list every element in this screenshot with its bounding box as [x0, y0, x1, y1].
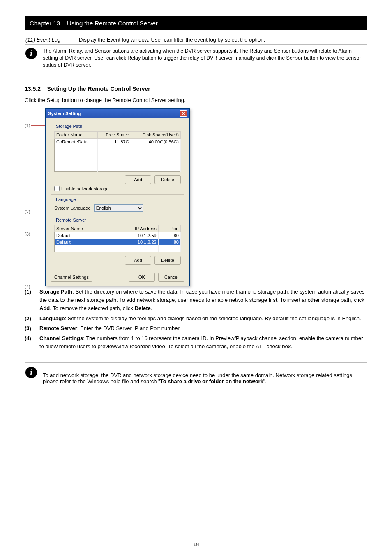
language-select[interactable]: English: [94, 204, 143, 212]
screenshot-area: (1) (2) (3) (4) System Setting ✕ Storage…: [25, 108, 367, 286]
chapter-label: Chapter 13: [30, 20, 60, 27]
remote-server-table: Server Name IP Address Port Default 10.1…: [54, 225, 181, 252]
page-header: Chapter 13 Using the Remote Control Serv…: [25, 16, 367, 30]
info-icon: i: [25, 48, 37, 59]
table-row[interactable]: Default 10.1.2.59 80: [55, 232, 181, 239]
system-setting-dialog: System Setting ✕ Storage Path Folder Nam…: [45, 108, 190, 286]
add-button[interactable]: Add: [125, 256, 151, 265]
description-list: (1) Storage Path: Set the directory on w…: [25, 288, 367, 351]
col-header[interactable]: Free Space: [97, 132, 131, 139]
close-icon[interactable]: ✕: [180, 110, 187, 117]
col-header[interactable]: Port: [158, 225, 180, 232]
note-text: To add network storage, the DVR and netw…: [43, 372, 367, 384]
section-heading: 13.5.2 Setting Up the Remote Control Ser…: [25, 86, 367, 92]
table-row[interactable]: C:\RemoteData 11.87G 40.00G(0.56G): [55, 139, 181, 146]
chapter-title: Using the Remote Control Server: [67, 20, 158, 27]
group-legend: Language: [56, 197, 181, 202]
storage-group: Storage Path Folder Name Free Space Disk…: [51, 126, 184, 195]
col-header[interactable]: IP Address: [111, 225, 158, 232]
cell-desc: Display the Event log window. User can f…: [79, 37, 367, 43]
desc-item: Storage Path: Set the directory on where…: [39, 288, 367, 312]
col-header[interactable]: Server Name: [55, 225, 111, 232]
ok-button[interactable]: OK: [129, 273, 155, 282]
table-row[interactable]: Default 10.1.2.22 80: [55, 239, 181, 245]
cancel-button[interactable]: Cancel: [158, 273, 184, 282]
desc-item: Language: Set the system to display the …: [39, 314, 367, 323]
table-row: (11) Event Log Display the Event log win…: [25, 35, 367, 45]
delete-button[interactable]: Delete: [154, 256, 181, 265]
group-legend: Storage Path: [56, 124, 181, 129]
language-label: System Language: [54, 206, 91, 210]
storage-table: Folder Name Free Space Disk Space(Used) …: [54, 131, 181, 172]
cell-name: (11) Event Log: [25, 37, 79, 43]
body-text: Click the Setup button to change the Rem…: [25, 96, 367, 104]
desc-item: Channel Settings: The numbers from 1 to …: [39, 334, 367, 351]
group-legend: Remote Server: [56, 217, 181, 222]
page-number: 334: [192, 542, 199, 547]
language-group: Language System Language English: [51, 199, 184, 215]
enable-network-storage-checkbox[interactable]: [54, 186, 60, 191]
channel-settings-button[interactable]: Channel Settings: [51, 273, 92, 282]
desc-item: Remote Server: Enter the DVR Server IP a…: [39, 324, 367, 333]
add-button[interactable]: Add: [125, 175, 151, 184]
col-header[interactable]: Folder Name: [55, 132, 98, 139]
note-block: i To add network storage, the DVR and ne…: [25, 362, 367, 394]
col-header[interactable]: Disk Space(Used): [131, 132, 181, 139]
note-block: i The Alarm, Relay, and Sensor buttons a…: [25, 45, 367, 73]
remote-server-group: Remote Server Server Name IP Address Por…: [51, 220, 184, 268]
info-icon: i: [25, 367, 37, 378]
checkbox-label: Enable network storage: [61, 186, 109, 191]
delete-button[interactable]: Delete: [154, 175, 181, 184]
note-text: The Alarm, Relay, and Sensor buttons are…: [43, 48, 367, 69]
dialog-title-bar[interactable]: System Setting ✕: [46, 109, 189, 118]
dialog-title: System Setting: [48, 111, 81, 116]
